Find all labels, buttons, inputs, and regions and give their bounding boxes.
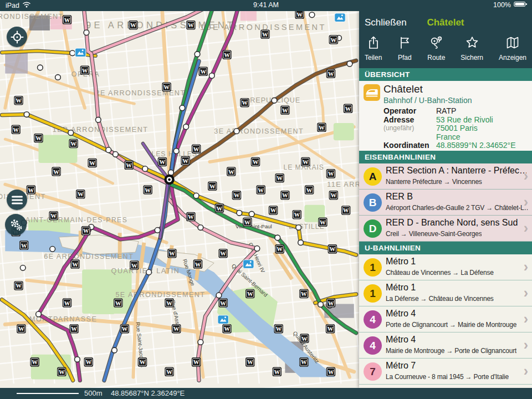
wikipedia-marker[interactable]: W: [30, 357, 39, 367]
wikipedia-marker[interactable]: W: [181, 156, 190, 166]
wikipedia-marker[interactable]: W: [162, 83, 171, 92]
wikipedia-marker[interactable]: W: [138, 357, 147, 367]
station-dot[interactable]: [180, 105, 185, 111]
wikipedia-marker[interactable]: W: [14, 281, 23, 290]
wikipedia-marker[interactable]: W: [274, 324, 283, 334]
wikipedia-marker[interactable]: W: [167, 249, 177, 258]
metro-row-1[interactable]: 1Métro 1Château de Vincennes → La Défens…: [359, 254, 532, 280]
wikipedia-marker[interactable]: W: [295, 11, 304, 19]
map-canvas[interactable]: ARRONDISSEMENT9E ARRONDISSEMENT10E ARRON…: [0, 11, 359, 388]
wikipedia-marker[interactable]: W: [70, 259, 80, 269]
wikipedia-marker[interactable]: W: [227, 167, 236, 176]
photo-marker[interactable]: [243, 260, 254, 269]
station-dot[interactable]: [195, 52, 200, 57]
station-dot[interactable]: [275, 235, 280, 241]
station-dot[interactable]: [298, 240, 304, 245]
rail-row-D[interactable]: DRER D - Branche Nord, sens SudCreil → V…: [359, 216, 532, 242]
wikipedia-marker[interactable]: W: [192, 144, 201, 154]
wikipedia-marker[interactable]: W: [52, 167, 61, 176]
wikipedia-marker[interactable]: W: [328, 244, 337, 254]
station-dot[interactable]: [84, 30, 89, 35]
metro-row-4[interactable]: 4Métro 4Mairie de Montrouge → Porte de C…: [359, 332, 532, 359]
station-dot[interactable]: [347, 61, 352, 66]
wikipedia-marker[interactable]: W: [11, 125, 21, 134]
wikipedia-marker[interactable]: W: [273, 367, 282, 377]
wikipedia-marker[interactable]: W: [76, 190, 85, 199]
wikipedia-marker[interactable]: W: [222, 50, 232, 59]
wikipedia-marker[interactable]: W: [84, 357, 94, 367]
wikipedia-marker[interactable]: W: [63, 15, 72, 24]
station-dot[interactable]: [95, 117, 101, 122]
wikipedia-marker[interactable]: W: [158, 157, 167, 167]
wikipedia-marker[interactable]: W: [293, 210, 302, 219]
station-dot[interactable]: [146, 269, 152, 275]
rail-row-B[interactable]: BRER BAéroport Charles-de-Gaulle 2 TGV →…: [359, 190, 532, 216]
action-teilen[interactable]: Teilen: [365, 35, 382, 66]
station-dot[interactable]: [234, 129, 239, 134]
station-dot[interactable]: [309, 12, 315, 18]
wikipedia-marker[interactable]: W: [80, 66, 90, 75]
wikipedia-marker[interactable]: W: [326, 69, 336, 78]
wikipedia-marker[interactable]: W: [69, 139, 78, 149]
wikipedia-marker[interactable]: W: [124, 161, 134, 170]
wikipedia-marker[interactable]: W: [305, 185, 314, 195]
wikipedia-marker[interactable]: W: [120, 324, 130, 334]
wikipedia-marker[interactable]: W: [186, 21, 196, 30]
station-dot[interactable]: [68, 130, 74, 136]
wikipedia-marker[interactable]: W: [326, 324, 335, 334]
wikipedia-marker[interactable]: W: [301, 157, 310, 167]
station-dot[interactable]: [75, 357, 80, 362]
wikipedia-marker[interactable]: W: [275, 173, 284, 183]
action-anzeigen[interactable]: Anzeigen: [499, 35, 526, 66]
station-dot[interactable]: [36, 311, 42, 317]
wikipedia-marker[interactable]: W: [329, 191, 339, 200]
wikipedia-marker[interactable]: W: [192, 357, 201, 367]
station-dot[interactable]: [38, 65, 43, 70]
station-dot[interactable]: [193, 193, 199, 198]
wikipedia-marker[interactable]: W: [165, 367, 174, 377]
wikipedia-marker[interactable]: W: [240, 98, 249, 108]
wikipedia-marker[interactable]: W: [280, 191, 290, 200]
field-value[interactable]: 75001 Paris: [436, 124, 493, 133]
wikipedia-marker[interactable]: W: [14, 96, 23, 105]
wikipedia-marker[interactable]: W: [69, 324, 79, 334]
wikipedia-marker[interactable]: W: [165, 298, 174, 308]
wikipedia-marker[interactable]: W: [81, 226, 91, 236]
field-value[interactable]: 48.85899°N 2.34652°E: [436, 141, 516, 150]
settings-button[interactable]: [5, 214, 27, 236]
station-dot[interactable]: [173, 149, 179, 154]
station-dot[interactable]: [216, 293, 222, 298]
station-dot[interactable]: [106, 147, 111, 153]
menu-button[interactable]: [7, 190, 27, 210]
station-dot[interactable]: [113, 152, 119, 157]
wikipedia-marker[interactable]: W: [222, 324, 232, 334]
station-dot[interactable]: [237, 210, 242, 216]
wikipedia-marker[interactable]: W: [208, 181, 217, 191]
wikipedia-marker[interactable]: W: [317, 123, 326, 132]
wikipedia-marker[interactable]: W: [280, 105, 290, 115]
action-route[interactable]: Route: [427, 35, 445, 66]
station-dot[interactable]: [50, 247, 55, 252]
wikipedia-marker[interactable]: W: [27, 185, 36, 195]
station-dot[interactable]: [249, 211, 254, 217]
field-value[interactable]: 53 Rue de Rivoli: [436, 116, 493, 125]
wikipedia-marker[interactable]: W: [218, 298, 228, 308]
station-dot[interactable]: [209, 73, 214, 79]
wikipedia-marker[interactable]: W: [318, 218, 328, 227]
wikipedia-marker[interactable]: W: [63, 298, 72, 308]
metro-row-1[interactable]: 1Métro 1La Défense → Château de Vincenne…: [359, 280, 532, 306]
wikipedia-marker[interactable]: W: [172, 324, 181, 334]
wikipedia-marker[interactable]: W: [245, 289, 255, 299]
photo-marker[interactable]: [75, 48, 86, 57]
wikipedia-marker[interactable]: W: [299, 289, 309, 299]
wikipedia-marker[interactable]: W: [193, 259, 203, 269]
photo-marker[interactable]: [218, 315, 228, 324]
station-dot[interactable]: [318, 302, 324, 308]
photo-marker[interactable]: [335, 13, 345, 22]
wikipedia-marker[interactable]: W: [329, 35, 339, 44]
rail-row-A[interactable]: ARER Section A : Nanterre - Préfec…Nante…: [359, 163, 532, 190]
wikipedia-marker[interactable]: W: [251, 157, 260, 167]
wikipedia-marker[interactable]: W: [326, 367, 336, 377]
wikipedia-marker[interactable]: W: [300, 334, 309, 343]
metro-row-7[interactable]: 7Métro 7La Courneuve - 8 mai 1945 → Port…: [359, 359, 532, 385]
